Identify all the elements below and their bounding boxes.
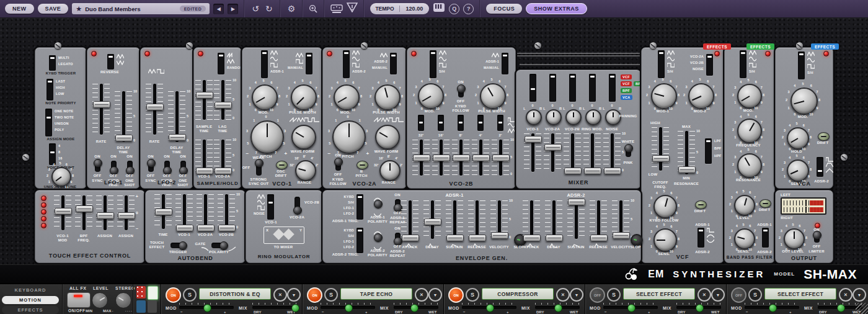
slop-knob[interactable] [631, 234, 643, 246]
ringmod-route[interactable] [589, 74, 596, 102]
frequency-knob[interactable] [737, 119, 762, 143]
fx-grid-cell-active[interactable] [148, 286, 158, 300]
tab-effects[interactable]: EFFECTS [2, 306, 59, 314]
pulse-width-knob[interactable] [291, 84, 317, 110]
fx-grid-cell-red[interactable] [136, 286, 146, 298]
sustain-slider[interactable] [568, 199, 585, 205]
slider-slider[interactable] [564, 168, 582, 174]
sh-source-switch[interactable] [218, 53, 224, 74]
fx-select-dropdown[interactable]: ▼ [570, 288, 583, 302]
vco-1-slider[interactable] [196, 168, 213, 174]
hold-knob[interactable] [787, 127, 809, 150]
assign-slider[interactable] [97, 212, 114, 219]
waveform-selector[interactable] [418, 115, 424, 131]
fx-solo-button[interactable]: S [183, 288, 197, 302]
pulse-width-knob[interactable] [374, 84, 401, 110]
vco2b-pw-source[interactable] [502, 53, 508, 74]
fx-name-display[interactable]: SELECT EFFECT [623, 288, 695, 300]
fx-solo-button[interactable]: S [466, 288, 479, 302]
vco1-route[interactable] [529, 74, 536, 102]
toggle-lever[interactable] [334, 158, 343, 166]
prev-preset-button[interactable]: ◀ [213, 4, 224, 14]
toggle-lever[interactable] [813, 231, 822, 240]
tab-motion[interactable]: MOTION [2, 296, 59, 304]
mod-knob[interactable] [334, 84, 360, 110]
fx-power-button[interactable]: ON [307, 287, 322, 303]
fx-name-display[interactable]: COMPRESSOR [482, 288, 554, 300]
fx-grid-cell-blue[interactable] [136, 300, 146, 313]
slider-slider[interactable] [604, 168, 621, 174]
vco-1-slider[interactable] [176, 225, 193, 231]
resonance-slider[interactable] [678, 166, 696, 173]
new-button[interactable]: NEW [5, 4, 34, 14]
fx-power-button[interactable]: ON [448, 287, 464, 303]
help-icon[interactable]: ? [463, 4, 474, 14]
fx-select-dropdown[interactable]: ▼ [287, 288, 301, 302]
fx-level-knob[interactable] [92, 292, 108, 308]
show-extras-button[interactable]: SHOW EXTRAS [526, 3, 587, 14]
bpf-freq-slider[interactable] [76, 205, 93, 212]
fx-power-button[interactable]: OFF [731, 287, 746, 303]
zoom-icon[interactable] [309, 4, 318, 14]
tempo-control[interactable]: TEMPO 120.00 [370, 3, 429, 14]
drift-button[interactable] [818, 132, 830, 141]
vcf-env-select[interactable] [698, 228, 704, 248]
vca-env-select[interactable] [817, 157, 823, 177]
sens-knob[interactable] [787, 159, 809, 182]
redo-icon[interactable]: ↻ [264, 4, 274, 13]
adsr1-polarity[interactable] [374, 200, 383, 209]
range-knob[interactable] [379, 160, 401, 181]
vcf-mod2-source[interactable] [706, 54, 713, 76]
rate-slider[interactable] [93, 101, 110, 108]
adsr2-polarity[interactable] [374, 233, 383, 242]
toggle-lever[interactable] [457, 84, 466, 93]
pitch-knob[interactable] [250, 120, 284, 154]
mod-knob[interactable] [737, 84, 762, 109]
fx-mod-slider[interactable] [769, 304, 777, 312]
knob-knob[interactable] [585, 109, 601, 125]
fx-select-dropdown[interactable]: ▼ [852, 288, 866, 302]
vco2a-pw-source[interactable] [390, 53, 397, 74]
sample-time-slider[interactable] [196, 92, 213, 99]
drift-button[interactable] [760, 199, 771, 208]
vco2a-route[interactable] [549, 74, 556, 102]
fx-mod-slider[interactable] [486, 304, 494, 312]
drift-button[interactable] [695, 200, 707, 209]
knob-knob[interactable] [565, 109, 582, 125]
fx-solo-button[interactable]: S [748, 288, 762, 302]
fx-power-button[interactable]: ON [166, 287, 181, 303]
fx-remove-button[interactable]: × [415, 288, 428, 302]
favorite-star-icon[interactable]: ★ [76, 5, 82, 13]
next-preset-button[interactable]: ▶ [228, 4, 238, 14]
fx-name-display[interactable]: DISTORTION & EQ [199, 288, 271, 300]
tab-keyboard[interactable]: KEYBOARD [2, 286, 59, 294]
fx-mod-slider[interactable] [203, 304, 211, 312]
bpf-env-select[interactable] [762, 228, 769, 248]
velocity-slider[interactable] [491, 232, 508, 239]
toggle-lever[interactable] [624, 144, 633, 153]
vco1-pw-source[interactable] [306, 53, 312, 74]
resonance-knob[interactable] [737, 153, 762, 178]
vco2b-mod-source[interactable] [430, 50, 436, 78]
slider-slider[interactable] [472, 155, 490, 161]
resize-handle[interactable] [856, 303, 868, 314]
mod-2-knob[interactable] [688, 83, 714, 109]
slider-slider[interactable] [413, 155, 430, 161]
fx-remove-button[interactable]: × [839, 288, 852, 302]
time-slider[interactable] [155, 209, 172, 215]
filter-mode-switch[interactable] [705, 138, 712, 164]
fx-power-button[interactable]: OFF [590, 287, 605, 303]
waveform-selector[interactable] [477, 115, 484, 131]
reverse-switch[interactable] [107, 54, 114, 70]
fx-name-display[interactable]: TAPE ECHO [340, 288, 412, 300]
decay-slider[interactable] [424, 218, 441, 225]
toggle-lever[interactable] [293, 206, 302, 215]
undo-icon[interactable]: ↺ [250, 4, 260, 13]
keyboard-panel-icon[interactable] [433, 2, 445, 15]
voice-count-switch[interactable] [49, 143, 56, 165]
preset-selector[interactable]: ★ Duo Band Members EDITED [72, 3, 210, 14]
fx-grid-cell-gray[interactable] [148, 300, 157, 313]
fx-mod-slider[interactable] [627, 304, 636, 312]
fx-mix-slider[interactable] [696, 304, 704, 312]
fx-select-dropdown[interactable]: ▼ [711, 288, 725, 302]
